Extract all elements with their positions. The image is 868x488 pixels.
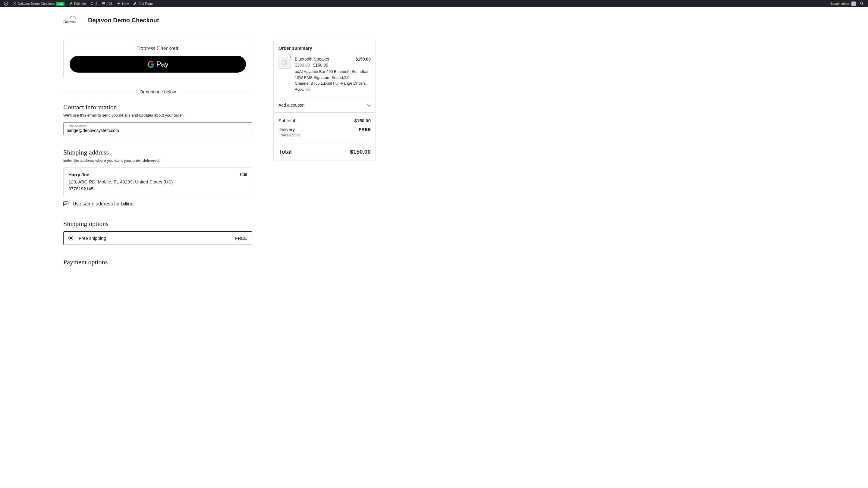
dashboard-icon — [12, 1, 17, 6]
express-checkout-box: Express Checkout Pay — [63, 40, 252, 79]
gpay-text: Pay — [156, 60, 168, 68]
svg-point-2 — [861, 2, 863, 4]
shipping-option-free[interactable]: Free shipping FREE — [63, 231, 252, 245]
radio-button[interactable] — [68, 235, 73, 240]
or-divider-text: Or continue below — [135, 89, 180, 94]
updates-count: 9 — [96, 2, 97, 5]
email-label: Email address — [67, 124, 249, 128]
payment-options-title: Payment options — [63, 258, 252, 266]
total-label: Total — [278, 149, 292, 155]
howdy-label: Howdy, admin — [830, 2, 850, 5]
page-title: Dejavoo Demo Checkout — [88, 17, 159, 24]
comments-count: 101 — [107, 2, 113, 5]
search-item[interactable] — [858, 0, 866, 7]
site-logo[interactable]: Dejavoo — [63, 16, 82, 25]
shipping-phone: 8778192145 — [68, 185, 173, 192]
wp-admin-bar: Dejavoo Demo Checkout Live Edit site 9 1… — [0, 0, 868, 7]
logo-arc-icon — [70, 16, 76, 19]
edit-site-label: Edit site — [74, 2, 86, 5]
subtotal-label: Subtotal — [278, 118, 295, 123]
cart-item: 1 Bluetooth Speaker $150.00 $200.00 $150… — [278, 57, 371, 92]
product-description: boAt Aavante Bar 490 Bluetooth Soundbar … — [295, 69, 371, 92]
subtotal-value: $150.00 — [354, 118, 371, 123]
shipping-section-title: Shipping address — [63, 149, 252, 156]
site-header: Dejavoo Dejavoo Demo Checkout — [0, 7, 868, 25]
placeholder-image-icon — [282, 60, 287, 65]
edit-page-label: Edit Page — [138, 2, 153, 5]
billing-same-checkbox-row[interactable]: Use same address for billing — [63, 201, 252, 207]
shipping-options-title: Shipping options — [63, 220, 252, 228]
shipping-address-card: Harry Joe 123, ABC RD, Mobile, FL 40299,… — [63, 167, 252, 197]
search-icon — [860, 1, 864, 6]
total-value: $150.00 — [350, 149, 371, 155]
radio-dot-icon — [70, 237, 72, 239]
contact-section-desc: We'll use this email to send you details… — [63, 113, 252, 118]
shipping-section-desc: Enter the address where you want your or… — [63, 158, 252, 163]
contact-section-title: Contact information — [63, 103, 252, 111]
updates-item[interactable]: 9 — [88, 0, 99, 7]
new-label: New — [122, 2, 129, 5]
edit-site-item[interactable]: Edit site — [67, 0, 88, 7]
shipping-option-price: FREE — [235, 235, 247, 241]
quantity-badge: 1 — [287, 54, 293, 60]
edit-address-link[interactable]: Edit — [240, 172, 247, 177]
site-name-item[interactable]: Dejavoo Demo Checkout Live — [10, 0, 67, 7]
billing-same-label: Use same address for billing — [73, 201, 133, 207]
coupon-label: Add a coupon — [278, 103, 304, 107]
comments-item[interactable]: 101 — [99, 0, 115, 7]
order-summary: Order summary 1 Bluetooth Speaker $150.0… — [273, 40, 376, 161]
or-divider: Or continue below — [63, 89, 252, 94]
product-total: $150.00 — [355, 57, 371, 61]
checkout-container: Express Checkout Pay Or continue below C… — [0, 25, 868, 280]
site-name-label: Dejavoo Demo Checkout — [18, 2, 55, 5]
shipping-address-line: 123, ABC RD, Mobile, FL 40299, United St… — [68, 178, 173, 185]
avatar — [851, 1, 856, 6]
shipping-option-label: Free shipping — [79, 235, 230, 241]
chevron-down-icon — [367, 102, 371, 107]
comment-icon — [101, 1, 106, 6]
delivery-value: FREE — [359, 127, 371, 132]
billing-same-checkbox[interactable] — [63, 201, 68, 206]
wordpress-icon — [4, 1, 8, 6]
delivery-sublabel: Free shipping — [278, 133, 371, 137]
check-icon — [64, 202, 67, 205]
product-old-price: $200.00 — [295, 63, 310, 67]
product-new-price: $150.00 — [313, 63, 329, 67]
email-input-wrap[interactable]: Email address — [63, 122, 252, 135]
brush-icon — [69, 1, 73, 6]
logo-text: Dejavoo — [63, 19, 76, 24]
email-field[interactable] — [67, 128, 249, 133]
live-badge: Live — [56, 2, 64, 6]
pencil-icon — [133, 1, 137, 6]
delivery-label: Delivery — [278, 127, 295, 132]
google-pay-button[interactable]: Pay — [70, 56, 246, 73]
edit-page-item[interactable]: Edit Page — [131, 0, 155, 7]
shipping-name: Harry Joe — [68, 172, 173, 177]
express-checkout-title: Express Checkout — [70, 45, 246, 52]
product-name: Bluetooth Speaker — [295, 57, 330, 61]
order-summary-title: Order summary — [278, 45, 371, 51]
refresh-icon — [90, 1, 94, 6]
wp-logo[interactable] — [2, 0, 10, 7]
howdy-item[interactable]: Howdy, admin — [827, 0, 858, 7]
plus-icon — [117, 1, 121, 6]
google-g-icon — [147, 61, 155, 68]
add-coupon-toggle[interactable]: Add a coupon — [274, 98, 375, 112]
new-item[interactable]: New — [115, 0, 131, 7]
